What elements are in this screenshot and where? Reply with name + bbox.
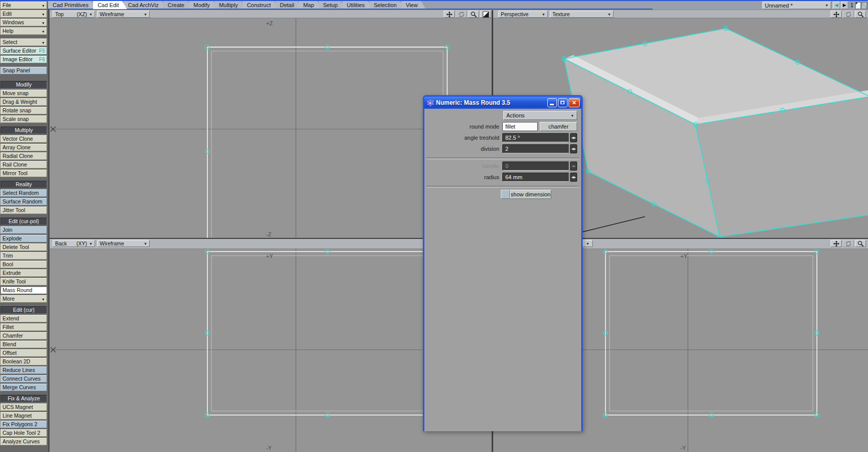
sidebar-item[interactable]: Move snap <box>1 90 47 97</box>
sidebar-item[interactable]: Drag & Weight <box>1 98 47 106</box>
menu-tab[interactable]: View <box>401 1 426 9</box>
sidebar-item[interactable]: Fix Polygons 2 <box>1 421 47 428</box>
menu-tab[interactable]: Modify <box>189 1 218 9</box>
view-type-dropdown-top[interactable]: Top (XZ) ▼ <box>53 11 95 18</box>
sidebar-item[interactable]: Rotate snap <box>1 107 47 114</box>
view-type-dropdown-right-partial[interactable]: ▼ <box>583 240 593 247</box>
sidebar-item[interactable]: Surface Editor F5 <box>1 47 47 55</box>
dropdown-arrow-icon <box>40 19 45 26</box>
pan-icon[interactable] <box>831 11 842 18</box>
menu-tab[interactable]: Cad Edit <box>93 1 127 9</box>
sidebar-item[interactable]: Rail Clone <box>1 161 47 169</box>
sidebar-item[interactable]: Chamfer <box>1 332 47 340</box>
menu-tab[interactable]: Selection <box>369 1 405 9</box>
sidebar-item[interactable]: Extend <box>1 315 47 322</box>
rotate-icon[interactable] <box>843 11 854 18</box>
menu-tab[interactable]: Utilities <box>342 1 373 9</box>
sidebar-item[interactable]: File <box>1 2 47 9</box>
round-mode-field[interactable]: fillet <box>502 122 538 131</box>
sidebar-item[interactable]: Radial Clone <box>1 152 47 160</box>
pan-icon[interactable] <box>444 11 455 18</box>
dialog-titlebar[interactable]: Numeric: Mass Round 3.5 × <box>424 97 581 109</box>
close-button[interactable]: × <box>569 98 580 107</box>
menu-tab[interactable]: Construct <box>242 1 279 9</box>
show-dimension-button[interactable]: show dimension <box>510 190 551 199</box>
menu-tab[interactable]: Multiply <box>214 1 246 9</box>
rotate-icon[interactable] <box>843 240 854 247</box>
angle-treshold-row: angle treshold 82.5 ° ◀▶ <box>424 133 581 143</box>
sidebar-item[interactable]: Explode <box>1 235 47 242</box>
menu-tab[interactable]: Setup <box>319 1 346 9</box>
sidebar-item[interactable]: UCS Magnet <box>1 403 47 411</box>
layer-box[interactable] <box>855 2 861 9</box>
shading-dropdown-perspective[interactable]: Texture ▼ <box>550 11 614 18</box>
sidebar-item[interactable]: Bool <box>1 261 47 268</box>
sidebar-item[interactable]: Edit <box>1 10 47 18</box>
sidebar-item[interactable]: Mirror Tool <box>1 170 47 177</box>
actions-dropdown[interactable]: Actions ▼ <box>503 111 577 120</box>
sidebar-item[interactable]: Surface Random <box>1 198 47 206</box>
sidebar-item[interactable]: Image Editor F6 <box>1 56 47 63</box>
stepper-arrows-icon: ◀▶ <box>570 161 577 171</box>
sidebar-item[interactable]: Delete Tool <box>1 243 47 251</box>
zoom-icon[interactable] <box>855 11 866 18</box>
zoom-icon[interactable] <box>855 240 866 247</box>
stepper-arrows-icon[interactable]: ◀▶ <box>570 133 577 142</box>
menu-tab[interactable]: Detail <box>275 1 302 9</box>
sidebar-item[interactable]: Analyze Curves <box>1 438 47 445</box>
stepper-arrows-icon[interactable]: ◀▶ <box>570 173 577 182</box>
axis-label-positive: +Z <box>266 20 273 26</box>
rotate-icon[interactable] <box>456 11 467 18</box>
layer-box[interactable] <box>861 2 867 9</box>
sidebar-item[interactable]: More <box>1 295 47 303</box>
pan-icon[interactable] <box>831 240 842 247</box>
sidebar-item[interactable]: Help <box>1 27 47 35</box>
shading-dropdown-back[interactable]: Wireframe ▼ <box>97 240 150 247</box>
sidebar-item[interactable]: Vector Clone <box>1 135 47 143</box>
minimize-button[interactable] <box>547 98 557 107</box>
next-object-button[interactable]: ▶ <box>841 2 848 9</box>
axis-label-negative: -Y <box>266 445 272 451</box>
menu-tab[interactable]: Cad ArchViz <box>123 1 166 9</box>
sidebar-item[interactable]: Windows <box>1 19 47 26</box>
sidebar-item[interactable]: Select Random <box>1 189 47 197</box>
radius-field[interactable]: 64 mm <box>502 173 569 182</box>
view-type-dropdown-back[interactable]: Back (XY) ▼ <box>53 240 95 247</box>
sidebar-item[interactable]: Snap Panel <box>1 67 47 74</box>
chamfer-button[interactable]: chamfer <box>540 122 577 131</box>
angle-treshold-field[interactable]: 82.5 ° <box>502 133 569 142</box>
sidebar-item[interactable]: Scale snap <box>1 115 47 123</box>
sidebar-item[interactable]: Select <box>1 38 47 46</box>
sidebar-item[interactable]: Mass Round <box>1 286 47 294</box>
division-field[interactable]: 2 <box>502 144 569 153</box>
sidebar-item[interactable]: Jitter Tool <box>1 207 47 214</box>
sidebar-item[interactable]: Trim <box>1 252 47 260</box>
single-view-toggle-icon[interactable] <box>480 11 491 18</box>
sidebar-item[interactable]: Boolean 2D <box>1 358 47 365</box>
sidebar-item[interactable]: Fillet <box>1 323 47 331</box>
sidebar-item[interactable]: Knife Tool <box>1 278 47 285</box>
maximize-button[interactable] <box>558 98 568 107</box>
menu-tab[interactable]: Create <box>163 1 192 9</box>
dialog-title: Numeric: Mass Round 3.5 <box>436 99 546 106</box>
sidebar-item[interactable]: Merge Curves <box>1 384 47 391</box>
sidebar-item[interactable]: Connect Curves <box>1 375 47 383</box>
show-dimension-checkbox[interactable] <box>501 190 510 199</box>
sidebar-item[interactable]: Array Clone <box>1 144 47 151</box>
sidebar-item[interactable]: Join <box>1 226 47 234</box>
zoom-icon[interactable] <box>468 11 479 18</box>
object-selector-dropdown[interactable]: Unnamed * ▼ <box>762 2 831 9</box>
sidebar-item[interactable]: Line Magnet <box>1 412 47 420</box>
shading-dropdown-top[interactable]: Wireframe ▼ <box>97 11 150 18</box>
sidebar-item <box>1 75 47 80</box>
menu-tab[interactable]: Cad Primitives <box>48 1 97 9</box>
dropdown-arrow-icon <box>40 27 45 35</box>
sidebar-item[interactable]: Extrude <box>1 269 47 277</box>
sidebar-item[interactable]: Cap Hole Tool 2 <box>1 429 47 437</box>
prev-object-button[interactable]: ◀ <box>833 2 840 9</box>
sidebar-item[interactable]: Reduce Lines <box>1 366 47 374</box>
stepper-arrows-icon[interactable]: ◀▶ <box>570 144 577 153</box>
sidebar-item[interactable]: Offset <box>1 349 47 357</box>
sidebar-item[interactable]: Blend <box>1 341 47 348</box>
view-type-dropdown-perspective[interactable]: Perspective ▼ <box>498 11 548 18</box>
